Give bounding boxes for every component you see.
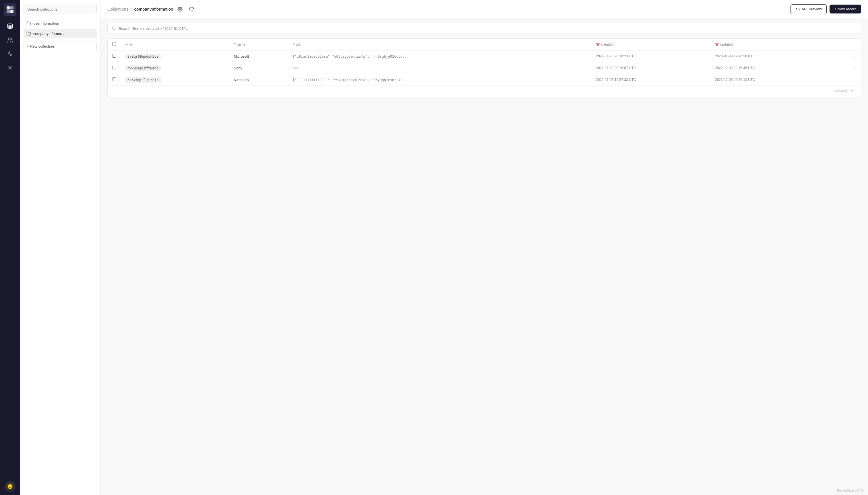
sidebar: userInformation companyInforma... + New … bbox=[20, 0, 100, 495]
row-arrow-cell[interactable]: → bbox=[830, 62, 861, 74]
svg-rect-1 bbox=[10, 6, 14, 10]
left-nav: 😊 bbox=[0, 0, 20, 495]
collections-search[interactable] bbox=[23, 4, 97, 14]
svg-rect-3 bbox=[10, 10, 14, 13]
row-created-cell: 2022-11-13 20:20:23 UTC bbox=[591, 50, 710, 62]
settings-button[interactable] bbox=[175, 4, 184, 14]
app-logo bbox=[4, 3, 16, 16]
table-footer: Showing 3 of 3 bbox=[108, 85, 861, 97]
row-id-cell: 6b3vbgt1l1tzh1a bbox=[120, 74, 229, 86]
records-table-container: ⊶ id T name {} bbox=[108, 38, 861, 97]
sidebar-collections: userInformation companyInforma... + New … bbox=[23, 19, 97, 51]
col-header-ids[interactable]: {} ids bbox=[288, 39, 592, 50]
col-header-name[interactable]: T name bbox=[229, 39, 288, 50]
showing-count: Showing 3 of 3 bbox=[834, 89, 856, 93]
row-updated-cell: 2022-12-08 02:56:10 UTC bbox=[710, 74, 830, 86]
svg-point-8 bbox=[179, 8, 181, 10]
col-header-id[interactable]: ⊶ id bbox=[120, 39, 229, 50]
row-ids-cell: ["111111111111111","z9xam1joey01vra","a0… bbox=[288, 74, 592, 86]
col-header-updated[interactable]: 📅 updated bbox=[710, 39, 830, 50]
new-record-button[interactable]: + New record bbox=[830, 4, 861, 14]
sidebar-item-companyInformation[interactable]: companyInforma... bbox=[23, 29, 97, 38]
refresh-button[interactable] bbox=[187, 4, 196, 14]
new-collection-button[interactable]: + New collection bbox=[23, 41, 97, 51]
api-preview-button[interactable]: API Preview bbox=[790, 4, 827, 14]
row-checkbox[interactable] bbox=[112, 54, 116, 58]
col-id-label: id bbox=[129, 42, 132, 47]
filter-bar[interactable] bbox=[108, 23, 861, 34]
sidebar-item-label: companyInforma... bbox=[33, 32, 64, 36]
sidebar-item-userInformation[interactable]: userInformation bbox=[23, 19, 97, 28]
main-header: Collections / companyInformation API Pre… bbox=[100, 0, 868, 18]
records-table: ⊶ id T name {} bbox=[108, 39, 861, 85]
ids-col-icon: {} bbox=[293, 43, 295, 46]
main-content: Collections / companyInformation API Pre… bbox=[100, 0, 868, 495]
sidebar-item-label: userInformation bbox=[33, 21, 59, 25]
id-badge: 9r8qr69qsdsh2vs bbox=[125, 54, 161, 59]
row-id-cell: hwkwxepimftwegd bbox=[120, 62, 229, 74]
ids-na: N/A bbox=[293, 66, 298, 70]
row-id-cell: 9r8qr69qsdsh2vs bbox=[120, 50, 229, 62]
sort-icon: ↓ bbox=[614, 42, 616, 47]
row-checkbox[interactable] bbox=[112, 78, 116, 81]
col-header-created[interactable]: 📅 created ↓ bbox=[591, 39, 710, 50]
header-actions: API Preview + New record bbox=[790, 4, 861, 14]
breadcrumb-separator: / bbox=[131, 6, 132, 12]
breadcrumb-root: Collections bbox=[108, 6, 128, 12]
col-header-arrow bbox=[830, 39, 861, 50]
row-updated-cell: 2022-12-08 02:16:45 UTC bbox=[710, 62, 830, 74]
user-avatar[interactable]: 😊 bbox=[5, 481, 15, 492]
table-row[interactable]: hwkwxepimftwegd Sony N/A 2022-11-13 20:2… bbox=[108, 62, 861, 74]
id-badge: hwkwxepimftwegd bbox=[125, 65, 161, 71]
row-created-cell: 2022-11-05 19:57:33 UTC bbox=[591, 74, 710, 86]
version-text: PocketBase v0.7.9 bbox=[837, 489, 864, 492]
svg-point-4 bbox=[8, 24, 13, 25]
nav-users[interactable] bbox=[4, 34, 16, 46]
row-ids-cell: N/A bbox=[288, 62, 592, 74]
nav-tools[interactable] bbox=[4, 62, 16, 73]
col-ids-label: ids bbox=[296, 42, 300, 47]
nav-database[interactable] bbox=[4, 21, 16, 32]
id-col-icon: ⊶ bbox=[125, 43, 128, 47]
content-area: ⊶ id T name {} bbox=[100, 18, 868, 495]
table-row[interactable]: 6b3vbgt1l1tzh1a Nintendo ["1111111111111… bbox=[108, 74, 861, 86]
nav-analytics[interactable] bbox=[4, 48, 16, 59]
row-ids-cell: ["z9xam1joey01vra","a03y9gq7exmzs7p","nh… bbox=[288, 50, 592, 62]
row-checkbox-cell bbox=[108, 62, 120, 74]
ids-value: ["z9xam1joey01vra","a03y9gq7exmzs7p","nh… bbox=[293, 54, 409, 58]
created-col-icon: 📅 bbox=[596, 43, 600, 47]
row-arrow-cell[interactable]: → bbox=[830, 74, 861, 86]
row-created-cell: 2022-11-13 20:20:07 UTC bbox=[591, 62, 710, 74]
breadcrumb-current: companyInformation bbox=[134, 6, 174, 12]
filter-input[interactable] bbox=[118, 27, 857, 31]
new-collection-label: + New collection bbox=[27, 44, 54, 49]
svg-point-5 bbox=[8, 38, 10, 40]
row-checkbox-cell bbox=[108, 74, 120, 86]
table-row[interactable]: 9r8qr69qsdsh2vs Microsoft ["z9xam1joey01… bbox=[108, 50, 861, 62]
svg-point-9 bbox=[112, 27, 115, 30]
svg-rect-2 bbox=[6, 10, 10, 13]
col-updated-label: updated bbox=[720, 42, 733, 47]
row-name-cell: Microsoft bbox=[229, 50, 288, 62]
row-checkbox[interactable] bbox=[112, 66, 116, 69]
breadcrumb: Collections / companyInformation bbox=[108, 4, 196, 14]
ids-value: ["111111111111111","z9xam1joey01vra","a0… bbox=[293, 78, 409, 82]
svg-line-10 bbox=[115, 29, 116, 30]
row-updated-cell: 2023-01-09 17:46:38 UTC bbox=[710, 50, 830, 62]
updated-col-icon: 📅 bbox=[715, 43, 719, 47]
select-all-header bbox=[108, 39, 120, 50]
api-preview-label: API Preview bbox=[802, 7, 822, 11]
row-checkbox-cell bbox=[108, 50, 120, 62]
select-all-checkbox[interactable] bbox=[112, 42, 116, 46]
row-arrow-cell[interactable]: → bbox=[830, 50, 861, 62]
row-name-cell: Nintendo bbox=[229, 74, 288, 86]
svg-rect-0 bbox=[6, 6, 10, 10]
header-icons bbox=[175, 4, 196, 14]
name-col-icon: T bbox=[234, 43, 236, 46]
id-badge: 6b3vbgt1l1tzh1a bbox=[125, 77, 161, 83]
col-created-label: created bbox=[601, 42, 612, 47]
row-name-cell: Sony bbox=[229, 62, 288, 74]
nav-bottom: 😊 bbox=[5, 481, 15, 492]
new-record-label: + New record bbox=[834, 7, 856, 11]
table-header-row: ⊶ id T name {} bbox=[108, 39, 861, 50]
